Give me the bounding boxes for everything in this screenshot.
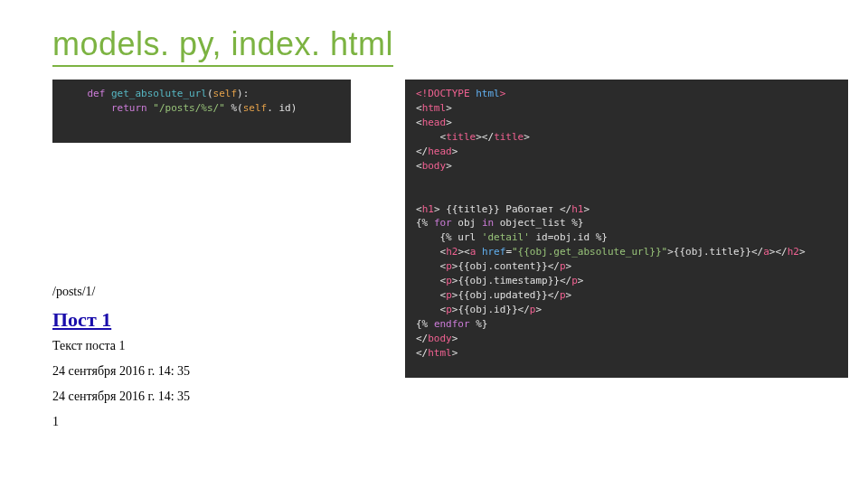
rendered-line: 24 сентября 2016 г. 14: 35 [52,364,190,379]
rendered-line: 1 [52,415,190,429]
rendered-output: /posts/1/ Пост 1 Текст поста 1 24 сентяб… [52,285,190,440]
rendered-url: /posts/1/ [52,285,190,299]
rendered-line: Текст поста 1 [52,339,190,353]
slide-title: models. py, index. html [52,25,393,67]
rendered-line: 24 сентября 2016 г. 14: 35 [52,389,190,404]
index-html-code: <!DOCTYPE html> <html> <head> <title></t… [405,80,848,378]
decorative-triangle-icon [814,434,868,488]
models-py-code: def get_absolute_url(self): return "/pos… [52,80,351,143]
rendered-heading-link[interactable]: Пост 1 [52,308,190,332]
